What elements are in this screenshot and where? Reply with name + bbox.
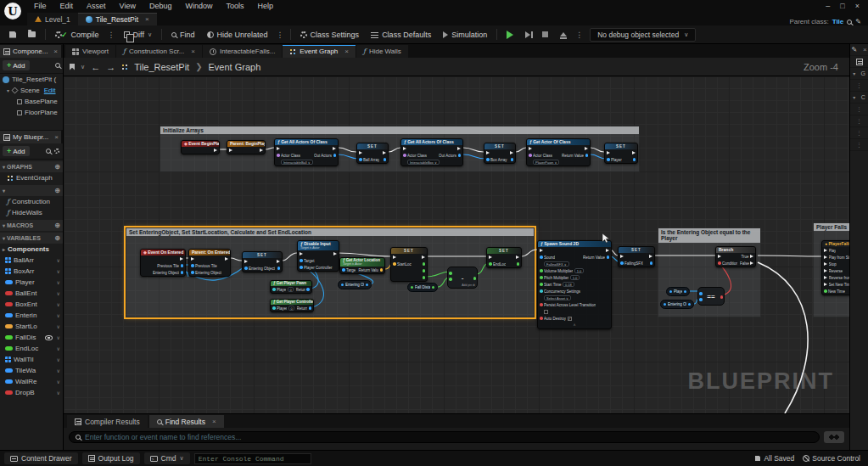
eye-icon[interactable] [45, 335, 53, 340]
input-pin[interactable] [486, 158, 490, 161]
source-control-button[interactable]: Source Control [803, 454, 860, 463]
chevron-down-icon[interactable]: ∨ [57, 323, 60, 329]
search-icon[interactable] [46, 149, 51, 154]
bottom-tab-compiler-results[interactable]: Compiler Results [67, 415, 148, 428]
output-pin[interactable] [585, 147, 588, 150]
input-pin[interactable] [620, 255, 624, 258]
search-icon[interactable] [847, 20, 852, 25]
output-pin[interactable] [277, 267, 281, 270]
output-pin[interactable] [422, 255, 425, 259]
add-pin-label[interactable]: Add pin ⊕ [462, 284, 475, 287]
node-event-beginplay[interactable]: ◆ Event BeginPlay [181, 140, 220, 154]
input-pin[interactable] [403, 147, 406, 150]
node-set-endloc[interactable]: SETEndLoc [486, 247, 522, 268]
output-pin[interactable] [720, 295, 724, 299]
edit-link[interactable]: Edit [44, 87, 56, 94]
input-pin[interactable] [540, 276, 543, 279]
input-pin[interactable] [191, 257, 194, 261]
node-player-getter[interactable]: Player [666, 287, 690, 296]
node-spawn-sound-2d[interactable]: ƒ Spawn Sound 2DSoundReturn ValueFalling… [537, 240, 612, 329]
input-pin[interactable] [529, 154, 532, 157]
tab-components[interactable]: Compone... × [0, 45, 61, 58]
value-chip[interactable]: PlayerPawn ∨ [533, 160, 559, 165]
variables-category-components[interactable]: ▸Components [0, 244, 63, 255]
chevron-down-icon[interactable]: ∨ [57, 357, 60, 362]
play-button[interactable] [501, 28, 518, 42]
close-icon[interactable]: × [855, 2, 860, 10]
node-get-all-actors-ball[interactable]: ƒ Get All Actors Of ClassActor ClassOut … [274, 138, 339, 166]
tab-my-blueprint[interactable]: My Bluepr... × [0, 131, 61, 143]
input-pin[interactable] [540, 283, 543, 286]
close-tab-icon[interactable]: × [53, 48, 58, 55]
value-chip[interactable]: InteractableBall ∨ [281, 160, 313, 165]
variable-startlo[interactable]: StartLo∨ [0, 321, 63, 332]
output-pin[interactable] [277, 260, 280, 263]
chevron-down-icon[interactable]: ∨ [57, 379, 60, 385]
input-pin[interactable] [540, 255, 543, 259]
output-pin[interactable] [750, 255, 753, 258]
diff-button[interactable]: Diff∨ [119, 28, 157, 42]
graph-tab-construction-scr[interactable]: ƒConstruction Scr...× [116, 45, 202, 58]
input-pin[interactable] [342, 268, 345, 272]
output-pin[interactable] [649, 255, 652, 258]
menu-view[interactable]: View [113, 0, 143, 12]
hide-unrelated-options-icon[interactable]: ⋮ [275, 31, 286, 39]
variable-player[interactable]: Player∨ [0, 277, 63, 288]
chevron-down-icon[interactable]: ∨ [57, 345, 60, 351]
find-button[interactable]: Find [166, 28, 200, 42]
output-pin[interactable] [458, 154, 462, 157]
node-get-player-pawn[interactable]: ƒ Get Player PawnPlayer Index0Return Val… [270, 280, 312, 294]
chevron-down-icon[interactable]: ∨ [57, 257, 60, 263]
output-pin[interactable] [650, 261, 653, 265]
frame-skip-button[interactable] [520, 29, 535, 41]
find-search-input[interactable] [85, 433, 813, 441]
asset-tab-level1[interactable]: Level_1 [27, 13, 78, 25]
asset-tab-tile-resetpit[interactable]: Tile_ResetPit × [78, 13, 157, 25]
node-subtract-node[interactable]: -Add pin ⊕ [447, 267, 478, 289]
output-pin[interactable] [457, 147, 461, 150]
node-parent-on-entered[interactable]: Parent: On EnteredPrevious TileEntering … [188, 249, 231, 277]
value-chip[interactable]: InteractableBox ∨ [407, 160, 440, 165]
forward-arrow-icon[interactable]: → [106, 62, 115, 72]
details-section-row[interactable]: ⋮ [850, 115, 868, 127]
input-pin[interactable] [824, 269, 827, 272]
node-equals-node[interactable]: == [697, 287, 725, 306]
input-pin[interactable] [449, 272, 452, 275]
input-pin[interactable] [718, 261, 721, 265]
bookmark-icon[interactable] [70, 64, 75, 70]
node-get-player-controller[interactable]: ƒ Get Player ControllerPlayer Index0Retu… [270, 299, 314, 312]
variable-boxent[interactable]: BoxEnt∨ [0, 299, 63, 310]
input-pin[interactable] [540, 317, 543, 320]
output-pin[interactable] [607, 255, 610, 259]
input-pin[interactable] [277, 154, 280, 157]
search-icon[interactable] [55, 63, 60, 68]
breadcrumb-blueprint[interactable]: Tile_ResetPit [134, 62, 189, 72]
menu-file[interactable]: File [27, 0, 53, 12]
output-pin[interactable] [225, 257, 228, 261]
input-pin[interactable] [824, 255, 827, 259]
output-pin[interactable] [517, 262, 520, 266]
output-pin[interactable] [366, 284, 369, 287]
input-pin[interactable] [489, 255, 492, 259]
node-branch[interactable]: BranchTrueConditionFalse [715, 246, 756, 267]
node-set-player[interactable]: SETPlayer [604, 143, 638, 164]
close-tab-icon[interactable]: × [212, 418, 216, 425]
node-entering-object-getter-2[interactable]: Entering Object [660, 300, 694, 309]
menu-window[interactable]: Window [178, 0, 219, 12]
output-pin[interactable] [260, 149, 263, 152]
input-pin[interactable] [449, 278, 452, 281]
output-pin[interactable] [423, 269, 426, 272]
menu-debug[interactable]: Debug [143, 0, 179, 12]
node-event-on-entered[interactable]: ◆ Event On EnteredPrevious TileEntering … [140, 249, 186, 277]
output-pin[interactable] [473, 277, 477, 280]
breadcrumb-graph[interactable]: Event Graph [209, 62, 261, 72]
input-pin[interactable] [529, 147, 532, 150]
variable-enterin[interactable]: Enterin∨ [0, 310, 63, 321]
output-pin[interactable] [181, 271, 184, 274]
node-get-actor-location[interactable]: ƒ Get Actor LocationTarget is ActorTarge… [339, 257, 385, 274]
details-section-row[interactable]: ▾G [850, 68, 868, 80]
output-pin[interactable] [606, 249, 609, 252]
input-pin[interactable] [272, 288, 276, 291]
menu-tools[interactable]: Tools [219, 0, 250, 12]
chevron-down-icon[interactable]: ∨ [57, 279, 60, 285]
